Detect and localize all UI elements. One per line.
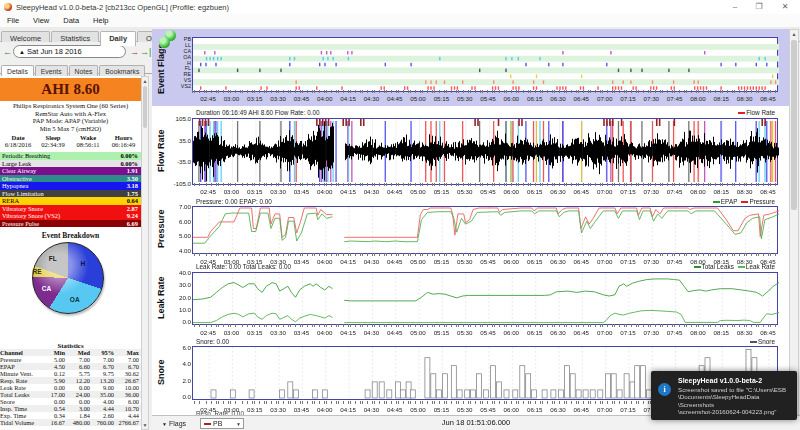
x-tick-label: 02:45 (200, 95, 215, 102)
next-day-arrow-icon[interactable]: → (130, 45, 139, 59)
statistics-header-row: ChannelMinMed95%Max (0, 349, 141, 356)
x-tick-label: 06:45 (574, 258, 589, 265)
x-tick-label: 03:15 (247, 406, 262, 413)
x-tick-label: 05:15 (434, 188, 449, 195)
legend: EPAPPressure (709, 198, 775, 205)
legend-dash-icon (694, 266, 701, 268)
x-tick-label: 06:30 (550, 95, 565, 102)
x-tick-label: 03:15 (247, 95, 262, 102)
statistics-cell: 5.00 (44, 356, 67, 363)
pressure-title: Pressure: 0.00 EPAP: 0.00 (196, 198, 272, 205)
statistics-cell: 12.20 (67, 377, 92, 384)
x-tick-label: 04:00 (317, 406, 332, 413)
y-tick-label: 5.00 (165, 232, 191, 239)
detail-tab-bar: DetailsEventsNotesBookmarks (0, 60, 152, 74)
x-tick-label: 07:15 (620, 95, 635, 102)
menu-data[interactable]: Data (56, 14, 86, 27)
x-tick-label: 07:30 (644, 329, 659, 336)
event-breakdown: Event Breakdown HOACAREFL (0, 229, 141, 342)
statistics-cell: 6.60 (67, 363, 92, 370)
pressure-plot[interactable] (192, 206, 778, 254)
statistics-title: Statistics (0, 342, 141, 349)
left-panel: ← ▲ Sat Jun 18 2016 → →| DetailsEventsNo… (0, 42, 152, 430)
statistics-cell: 10.70 (116, 405, 141, 412)
x-tick-label: 04:15 (340, 406, 355, 413)
minor-ticks (192, 324, 778, 327)
statistics-cell: 0.00 (67, 398, 92, 405)
subtab-details[interactable]: Details (1, 65, 34, 76)
x-tick-label: 07:15 (620, 258, 635, 265)
maximize-button[interactable]: ❐ (750, 2, 768, 12)
x-tick-label: 05:45 (480, 95, 495, 102)
prev-day-arrow-icon[interactable]: ← (3, 45, 12, 59)
legend-label: Total Leaks (702, 263, 734, 270)
statistics-row: Exp. Time0.341.842.604.44 (0, 412, 141, 419)
menu-help[interactable]: Help (86, 14, 115, 27)
scroll-up-icon[interactable]: ▲ (142, 78, 148, 84)
x-tick-label: 03:00 (224, 329, 239, 336)
date-selector[interactable]: ▲ Sat Jun 18 2016 (13, 45, 126, 58)
latest-day-arrow-icon[interactable]: →| (140, 45, 151, 59)
subtab-bookmarks[interactable]: Bookmarks (99, 65, 145, 76)
right-scroll-thumb[interactable] (791, 40, 797, 210)
notification-toast[interactable]: i SleepyHead v1.0.0-beta-2 Screenshot sa… (651, 371, 797, 420)
subtab-events[interactable]: Events (35, 65, 68, 76)
x-tick-label: 07:45 (667, 188, 682, 195)
x-tick-label: 02:45 (200, 329, 215, 336)
event-flags-plot[interactable] (192, 37, 778, 92)
leak-plot[interactable] (192, 272, 778, 325)
event-value: 0.64 (127, 197, 138, 205)
statistics-cell: 4.44 (92, 405, 116, 412)
left-scrollbar[interactable]: ▲ ▼ (141, 76, 149, 430)
menu-view[interactable]: View (26, 14, 56, 27)
subtab-notes[interactable]: Notes (69, 65, 99, 76)
statistics-cell: Exp. Time (0, 412, 44, 419)
x-tick-label: 04:00 (317, 95, 332, 102)
statistics-cell: 16.67 (44, 419, 67, 426)
legend-dash-icon (738, 112, 745, 114)
right-scrollbar[interactable]: ▲ ▼ (789, 29, 799, 415)
sleepyhead-window: SleepyHead v1.0.0-beta-2 [cb213cc OpenGL… (0, 0, 800, 430)
event-label: Flow Limitation (2, 190, 44, 198)
x-tick-label: 08:45 (760, 329, 775, 336)
x-tick-label: 06:00 (504, 406, 519, 413)
event-label: Pressure Pulse (2, 220, 39, 228)
statistics-cell: 5.75 (67, 370, 92, 377)
x-tick-label: 03:15 (247, 188, 262, 195)
y-tick-label: 2.0 (165, 377, 191, 384)
minimize-button[interactable]: – (726, 2, 744, 12)
left-scroll-thumb[interactable] (143, 86, 147, 128)
statistics-cell: 7.00 (92, 356, 116, 363)
event-label: Large Leak (2, 160, 31, 168)
close-button[interactable]: ✕ (776, 2, 794, 12)
x-tick-label: 02:45 (200, 188, 215, 195)
scroll-up-icon[interactable]: ▲ (790, 31, 798, 37)
event-label: Hypopnea (2, 182, 28, 190)
x-tick-label: 08:00 (690, 188, 705, 195)
statistics-cell: 2766.67 (116, 419, 141, 426)
menu-file[interactable]: File (0, 14, 26, 27)
x-tick-label: 04:45 (387, 406, 402, 413)
statistics-cell: 1.84 (67, 412, 92, 419)
legend: Snore (746, 338, 775, 345)
x-tick-label: 05:30 (457, 258, 472, 265)
y-tick-label: -35.0 (165, 158, 191, 165)
legend: Total LeaksLeak Rate (690, 263, 775, 270)
x-tick-label: 03:45 (294, 258, 309, 265)
x-tick-label: 05:00 (410, 329, 425, 336)
session-header: Hours (106, 134, 141, 141)
x-tick-label: 08:45 (760, 188, 775, 195)
pin-icon[interactable] (159, 30, 179, 50)
legend-label: Flow Rate (746, 109, 775, 116)
tab-daily[interactable]: Daily (100, 31, 136, 46)
x-tick-label: 04:00 (317, 258, 332, 265)
flow-plot[interactable] (192, 118, 778, 185)
scroll-down-icon[interactable]: ▼ (142, 422, 148, 428)
x-tick-label: 08:00 (690, 95, 705, 102)
x-tick-label: 06:30 (550, 406, 565, 413)
app-icon (4, 3, 12, 11)
x-tick-label: 03:30 (270, 329, 285, 336)
x-tick-label: 03:00 (224, 95, 239, 102)
statistics-row: Total Leaks17.0024.0035.0036.00 (0, 391, 141, 398)
session-table: DateSleepWakeHours6/18/201602:34:3908:56… (0, 134, 141, 148)
